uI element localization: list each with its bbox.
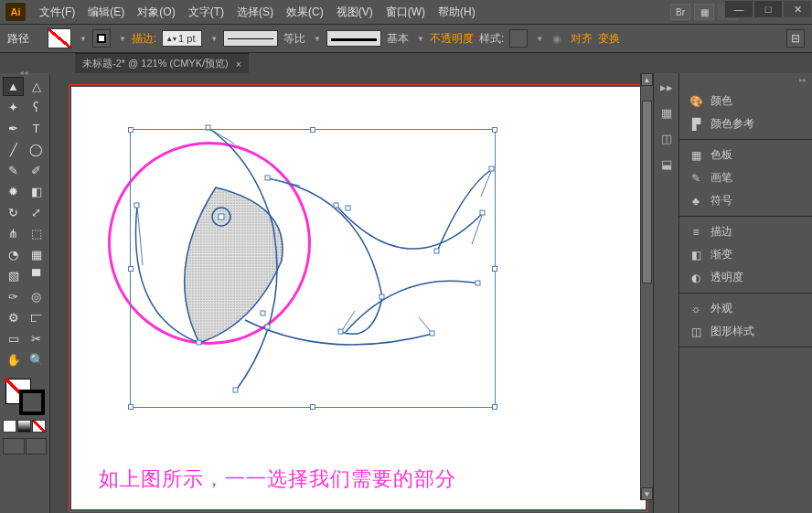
stroke-weight-input[interactable]: ▲▾1 pt (162, 30, 202, 47)
caption-text: 如上图所示，一一选择我们需要的部分 (99, 465, 456, 493)
panel-symbols[interactable]: ♣符号 (679, 189, 812, 212)
panel-graphic-styles[interactable]: ◫图形样式 (679, 320, 812, 343)
stroke-weight-dd[interactable]: ▼ (210, 35, 218, 43)
opacity-label[interactable]: 不透明度 (430, 31, 474, 47)
selection-tool[interactable]: ▲ (3, 77, 24, 96)
pencil-tool[interactable]: ✐ (26, 161, 47, 180)
menu-object[interactable]: 对象(O) (131, 5, 181, 20)
dock-icon-1[interactable]: ▦ (658, 104, 675, 121)
stroke-swatch[interactable] (92, 29, 111, 48)
gradient-tool[interactable]: ▀ (26, 266, 47, 285)
style-swatch[interactable] (509, 29, 528, 48)
eyedropper-tool[interactable]: ✑ (3, 287, 24, 306)
vertical-scrollbar[interactable]: ▲ ▼ (640, 73, 653, 500)
window-controls: — □ ✕ (724, 0, 812, 18)
panel-menu-icon[interactable]: ⊟ (786, 29, 805, 48)
free-transform-tool[interactable]: ⬚ (26, 224, 47, 243)
menu-file[interactable]: 文件(F) (33, 5, 81, 20)
scale-tool[interactable]: ⤢ (26, 203, 47, 222)
artboard-tool[interactable]: ▭ (3, 329, 24, 348)
menu-edit[interactable]: 编辑(E) (81, 5, 131, 20)
swatches-icon: ▦ (689, 149, 703, 162)
panel-swatches[interactable]: ▦色板 (679, 144, 812, 166)
panel-transparency[interactable]: ◐透明度 (679, 266, 812, 289)
vw-dd[interactable]: ▼ (314, 35, 321, 43)
panel-color-guide[interactable]: ▛颜色参考 (679, 112, 812, 135)
scroll-thumb[interactable] (642, 101, 652, 283)
blend-tool[interactable]: ◎ (26, 287, 47, 306)
fill-dd[interactable]: ▼ (80, 35, 87, 43)
style-dd[interactable]: ▼ (536, 35, 543, 43)
magic-wand-tool[interactable]: ✦ (3, 98, 24, 117)
vw-profile[interactable] (223, 30, 278, 47)
menu-help[interactable]: 帮助(H) (432, 5, 482, 20)
graph-tool[interactable]: ⫍ (26, 308, 47, 327)
menu-select[interactable]: 选择(S) (230, 5, 280, 20)
close-button[interactable]: ✕ (783, 0, 812, 18)
app-logo: Ai (5, 3, 26, 21)
dock-icon-3[interactable]: ⬓ (658, 155, 675, 172)
maximize-button[interactable]: □ (753, 0, 783, 18)
fill-stroke-indicator[interactable] (3, 379, 47, 415)
panels-collapse-icon[interactable]: ▸▸ (679, 73, 812, 86)
dock-expand-icon[interactable]: ▸▸ (658, 79, 675, 95)
fill-swatch[interactable] (48, 28, 71, 48)
minimize-button[interactable]: — (724, 0, 753, 18)
canvas[interactable]: 如上图所示，一一选择我们需要的部分 ▲ ▼ (50, 73, 653, 513)
eraser-tool[interactable]: ◧ (26, 182, 47, 201)
tab-close-icon[interactable]: × (236, 59, 241, 69)
brushes-icon: ✎ (689, 172, 703, 185)
brush-def[interactable] (326, 30, 381, 47)
stroke-dd[interactable]: ▼ (119, 35, 126, 43)
panel-stroke[interactable]: ≡描边 (679, 220, 812, 243)
panel-gradient[interactable]: ◧渐变 (679, 243, 812, 266)
tab-title: 未标题-2* @ 121% (CMYK/预览) (82, 57, 229, 70)
scroll-down-icon[interactable]: ▼ (641, 487, 653, 500)
panel-color[interactable]: 🎨颜色 (679, 90, 812, 112)
hand-tool[interactable]: ✋ (3, 350, 24, 369)
slice-tool[interactable]: ✂ (26, 329, 47, 348)
panel-brushes[interactable]: ✎画笔 (679, 166, 812, 189)
stroke-label: 描边: (132, 31, 156, 47)
dock-icon-2[interactable]: ◫ (658, 130, 675, 146)
blob-brush-tool[interactable]: ✹ (3, 182, 24, 201)
mesh-tool[interactable]: ▧ (3, 266, 24, 285)
style-label: 样式: (479, 31, 504, 47)
document-tab[interactable]: 未标题-2* @ 121% (CMYK/预览) × (75, 53, 249, 73)
brush-dd[interactable]: ▼ (417, 35, 424, 43)
align-label[interactable]: 对齐 (571, 31, 593, 47)
menu-effect[interactable]: 效果(C) (280, 5, 330, 20)
selection-bounding-box[interactable] (130, 129, 496, 408)
shape-builder-tool[interactable]: ◔ (3, 245, 24, 264)
menu-window[interactable]: 窗口(W) (379, 5, 432, 20)
collapsed-dock: ▸▸ ▦ ◫ ⬓ (653, 73, 678, 513)
scroll-up-icon[interactable]: ▲ (641, 73, 653, 86)
pen-tool[interactable]: ✒ (3, 119, 24, 138)
transform-label[interactable]: 变换 (598, 31, 620, 47)
panel-appearance[interactable]: ☼外观 (679, 297, 812, 320)
none-mode[interactable] (32, 420, 46, 433)
gradient-mode[interactable] (17, 420, 31, 433)
width-tool[interactable]: ⋔ (3, 224, 24, 243)
perspective-tool[interactable]: ▦ (26, 245, 47, 264)
line-tool[interactable]: ╱ (3, 140, 24, 159)
bridge-icon[interactable]: Br (670, 4, 690, 20)
menu-view[interactable]: 视图(V) (330, 5, 379, 20)
ellipse-tool[interactable]: ◯ (26, 140, 47, 159)
lasso-tool[interactable]: ʕ (26, 98, 47, 117)
normal-screen[interactable] (3, 438, 25, 454)
arrange-icon[interactable]: ▦ (694, 4, 714, 20)
paintbrush-tool[interactable]: ✎ (3, 161, 24, 180)
menu-type[interactable]: 文字(T) (182, 5, 230, 20)
color-mode[interactable] (3, 420, 16, 433)
menubar: Ai 文件(F) 编辑(E) 对象(O) 文字(T) 选择(S) 效果(C) 视… (0, 0, 812, 24)
direct-selection-tool[interactable]: △ (26, 77, 47, 96)
type-tool[interactable]: T (26, 119, 47, 138)
recolor-icon[interactable]: ◉ (549, 30, 565, 47)
rotate-tool[interactable]: ↻ (3, 203, 24, 222)
symbol-sprayer-tool[interactable]: ⚙ (3, 308, 24, 327)
zoom-tool[interactable]: 🔍 (26, 350, 47, 369)
full-screen[interactable] (26, 438, 48, 454)
artboard[interactable]: 如上图所示，一一选择我们需要的部分 (71, 87, 646, 509)
options-bar: 路径 ▼ ▼ 描边: ▲▾1 pt ▼ 等比 ▼ 基本 ▼ 不透明度 样式: ▼… (0, 24, 812, 53)
